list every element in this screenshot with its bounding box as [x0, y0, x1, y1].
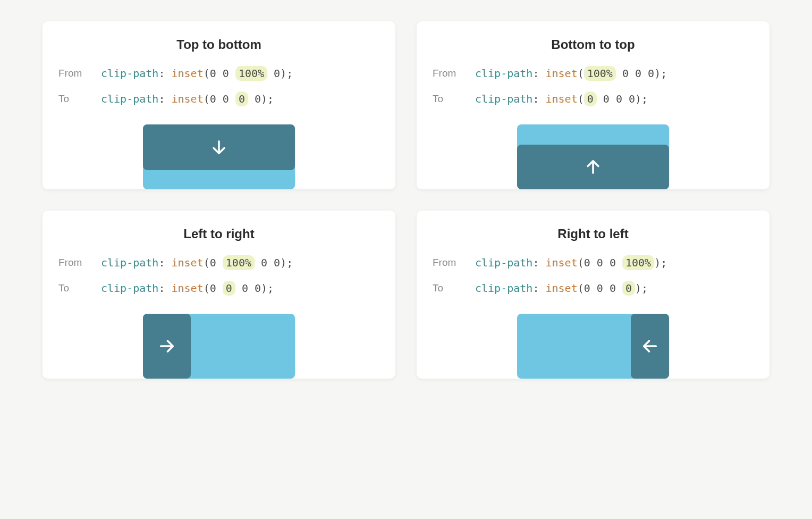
- paren-close: ): [635, 282, 641, 295]
- arg-highlight: 0: [584, 91, 597, 106]
- args-post: 0 0: [235, 282, 261, 295]
- demo-wrap: [433, 314, 754, 379]
- css-property: clip-path: [101, 256, 158, 269]
- card-right-to-left: Right to left From clip-path: inset(0 0 …: [417, 211, 769, 379]
- arrow-down-icon: [143, 124, 295, 170]
- css-property: clip-path: [475, 282, 532, 295]
- args-pre: 0 0: [210, 93, 235, 105]
- args-pre: 0: [210, 256, 223, 269]
- paren-close: ): [654, 67, 661, 80]
- args-pre: 0 0 0: [584, 282, 622, 295]
- label-from: From: [433, 68, 475, 79]
- demo-box: [143, 124, 295, 189]
- semicolon: ;: [286, 256, 293, 269]
- code-to: clip-path: inset(0 0 0 0);: [101, 93, 379, 105]
- css-function: inset: [171, 67, 203, 80]
- label-from: From: [58, 68, 101, 79]
- code-from: clip-path: inset(0 0 100% 0);: [101, 67, 379, 80]
- args-post: 0 0 0: [616, 67, 654, 80]
- label-to: To: [433, 93, 475, 105]
- css-property: clip-path: [101, 67, 158, 80]
- code-to: clip-path: inset(0 0 0 0);: [101, 282, 379, 295]
- demo-wrap: [58, 314, 379, 379]
- arrow-right-icon: [143, 314, 191, 379]
- arg-highlight: 100%: [622, 255, 654, 270]
- paren-open: (: [204, 256, 210, 269]
- colon: :: [158, 256, 171, 269]
- code-rows: From clip-path: inset(0 100% 0 0); To cl…: [58, 256, 379, 295]
- paren-close: ): [654, 256, 661, 269]
- paren-open: (: [204, 282, 210, 295]
- colon: :: [532, 93, 545, 105]
- arg-highlight: 0: [235, 91, 248, 106]
- colon: :: [158, 67, 171, 80]
- label-to: To: [58, 93, 101, 105]
- code-from: clip-path: inset(0 100% 0 0);: [101, 256, 379, 269]
- css-function: inset: [545, 93, 577, 105]
- code-to: clip-path: inset(0 0 0 0);: [475, 282, 754, 295]
- code-rows: From clip-path: inset(0 0 100% 0); To cl…: [58, 67, 379, 105]
- css-function: inset: [171, 93, 203, 105]
- label-from: From: [433, 257, 475, 269]
- css-property: clip-path: [475, 67, 532, 80]
- args-pre: 0 0 0: [584, 256, 622, 269]
- paren-open: (: [204, 67, 210, 80]
- css-function: inset: [545, 282, 577, 295]
- css-function: inset: [171, 282, 203, 295]
- paren-open: (: [578, 282, 584, 295]
- colon: :: [158, 282, 171, 295]
- args-post: 0: [267, 67, 280, 80]
- demo-box: [517, 124, 669, 189]
- css-property: clip-path: [101, 282, 158, 295]
- semicolon: ;: [641, 93, 648, 105]
- demo-box: [143, 314, 295, 379]
- paren-close: ): [280, 256, 286, 269]
- paren-close: ): [261, 93, 267, 105]
- css-function: inset: [545, 67, 577, 80]
- card-title: Bottom to top: [433, 37, 754, 52]
- paren-close: ): [635, 93, 641, 105]
- semicolon: ;: [267, 282, 274, 295]
- card-bottom-to-top: Bottom to top From clip-path: inset(100%…: [417, 21, 769, 189]
- card-top-to-bottom: Top to bottom From clip-path: inset(0 0 …: [43, 21, 395, 189]
- colon: :: [158, 93, 171, 105]
- demo-box: [517, 314, 669, 379]
- code-rows: From clip-path: inset(0 0 0 100%); To cl…: [433, 256, 754, 295]
- card-title: Top to bottom: [58, 37, 379, 52]
- paren-close: ): [261, 282, 267, 295]
- arrow-left-icon: [631, 314, 669, 379]
- demo-wrap: [58, 124, 379, 189]
- paren-open: (: [578, 256, 584, 269]
- css-property: clip-path: [475, 93, 532, 105]
- demo-wrap: [433, 124, 754, 189]
- paren-open: (: [204, 93, 210, 105]
- colon: :: [532, 67, 545, 80]
- arg-highlight: 100%: [235, 66, 267, 81]
- arg-highlight: 0: [622, 281, 635, 296]
- css-function: inset: [545, 256, 577, 269]
- args-pre: 0: [210, 282, 223, 295]
- colon: :: [532, 256, 545, 269]
- args-post: 0: [248, 93, 261, 105]
- code-from: clip-path: inset(100% 0 0 0);: [475, 67, 754, 80]
- args-pre: 0 0: [210, 67, 235, 80]
- card-left-to-right: Left to right From clip-path: inset(0 10…: [43, 211, 395, 379]
- arrow-up-icon: [517, 145, 669, 189]
- code-to: clip-path: inset(0 0 0 0);: [475, 93, 754, 105]
- semicolon: ;: [661, 67, 667, 80]
- arg-highlight: 100%: [584, 66, 616, 81]
- code-from: clip-path: inset(0 0 0 100%);: [475, 256, 754, 269]
- css-property: clip-path: [475, 256, 532, 269]
- semicolon: ;: [286, 67, 293, 80]
- card-title: Left to right: [58, 227, 379, 241]
- paren-open: (: [578, 93, 584, 105]
- args-post: 0 0 0: [597, 93, 635, 105]
- paren-close: ): [280, 67, 286, 80]
- label-to: To: [58, 282, 101, 294]
- css-property: clip-path: [101, 93, 158, 105]
- card-grid: Top to bottom From clip-path: inset(0 0 …: [43, 21, 769, 379]
- paren-open: (: [578, 67, 584, 80]
- label-to: To: [433, 282, 475, 294]
- css-function: inset: [171, 256, 203, 269]
- card-title: Right to left: [433, 227, 754, 241]
